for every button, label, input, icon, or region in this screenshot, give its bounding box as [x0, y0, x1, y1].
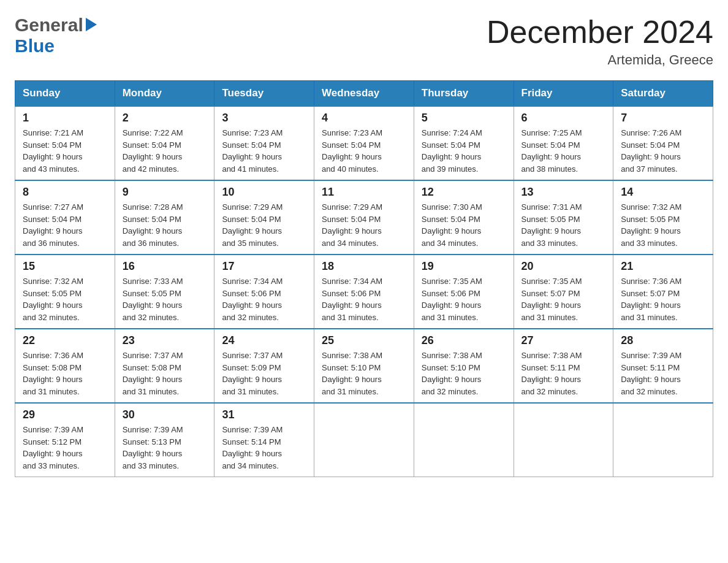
- day-number: 6: [521, 112, 606, 124]
- day-info: Sunrise: 7:35 AM Sunset: 5:07 PM Dayligh…: [521, 275, 606, 323]
- day-number: 12: [422, 186, 506, 199]
- day-info: Sunrise: 7:38 AM Sunset: 5:10 PM Dayligh…: [422, 350, 506, 397]
- day-info: Sunrise: 7:25 AM Sunset: 5:04 PM Dayligh…: [521, 127, 606, 175]
- logo-chevron-icon: [86, 18, 97, 34]
- week-row-5: 29 Sunrise: 7:39 AM Sunset: 5:12 PM Dayl…: [15, 403, 713, 477]
- day-info: Sunrise: 7:26 AM Sunset: 5:04 PM Dayligh…: [621, 127, 705, 175]
- calendar-cell: [314, 403, 414, 477]
- calendar-cell: 8 Sunrise: 7:27 AM Sunset: 5:04 PM Dayli…: [15, 180, 115, 255]
- day-info: Sunrise: 7:39 AM Sunset: 5:11 PM Dayligh…: [621, 350, 705, 397]
- calendar-cell: [514, 403, 613, 477]
- calendar-cell: [414, 403, 514, 477]
- day-number: 10: [222, 186, 306, 199]
- day-number: 3: [222, 112, 306, 124]
- day-info: Sunrise: 7:34 AM Sunset: 5:06 PM Dayligh…: [322, 275, 406, 323]
- calendar-cell: 2 Sunrise: 7:22 AM Sunset: 5:04 PM Dayli…: [115, 106, 214, 180]
- logo-blue-text: Blue: [15, 36, 55, 56]
- calendar-cell: 29 Sunrise: 7:39 AM Sunset: 5:12 PM Dayl…: [15, 403, 115, 477]
- weekday-header-sunday: Sunday: [15, 81, 115, 107]
- day-info: Sunrise: 7:29 AM Sunset: 5:04 PM Dayligh…: [222, 201, 306, 249]
- calendar-cell: 9 Sunrise: 7:28 AM Sunset: 5:04 PM Dayli…: [115, 180, 214, 255]
- day-number: 30: [123, 408, 207, 421]
- calendar-cell: 10 Sunrise: 7:29 AM Sunset: 5:04 PM Dayl…: [214, 180, 314, 255]
- calendar-table: SundayMondayTuesdayWednesdayThursdayFrid…: [15, 80, 713, 477]
- calendar-cell: 17 Sunrise: 7:34 AM Sunset: 5:06 PM Dayl…: [214, 255, 314, 329]
- day-info: Sunrise: 7:23 AM Sunset: 5:04 PM Dayligh…: [222, 127, 306, 175]
- calendar-cell: 20 Sunrise: 7:35 AM Sunset: 5:07 PM Dayl…: [514, 255, 613, 329]
- day-number: 25: [322, 334, 406, 347]
- weekday-header-saturday: Saturday: [613, 81, 713, 107]
- calendar-cell: 15 Sunrise: 7:32 AM Sunset: 5:05 PM Dayl…: [15, 255, 115, 329]
- day-number: 7: [621, 112, 705, 124]
- calendar-cell: 24 Sunrise: 7:37 AM Sunset: 5:09 PM Dayl…: [214, 329, 314, 403]
- calendar-cell: 14 Sunrise: 7:32 AM Sunset: 5:05 PM Dayl…: [613, 180, 713, 255]
- day-number: 26: [422, 334, 506, 347]
- day-number: 17: [222, 260, 306, 273]
- day-number: 9: [123, 186, 207, 199]
- month-title: December 2024: [487, 15, 713, 50]
- calendar-cell: 25 Sunrise: 7:38 AM Sunset: 5:10 PM Dayl…: [314, 329, 414, 403]
- calendar-cell: 19 Sunrise: 7:35 AM Sunset: 5:06 PM Dayl…: [414, 255, 514, 329]
- day-number: 8: [23, 186, 107, 199]
- day-info: Sunrise: 7:34 AM Sunset: 5:06 PM Dayligh…: [222, 275, 306, 323]
- calendar-cell: 16 Sunrise: 7:33 AM Sunset: 5:05 PM Dayl…: [115, 255, 214, 329]
- day-info: Sunrise: 7:31 AM Sunset: 5:05 PM Dayligh…: [521, 201, 606, 249]
- day-info: Sunrise: 7:35 AM Sunset: 5:06 PM Dayligh…: [422, 275, 506, 323]
- calendar-cell: 22 Sunrise: 7:36 AM Sunset: 5:08 PM Dayl…: [15, 329, 115, 403]
- day-number: 31: [222, 408, 306, 421]
- day-number: 21: [621, 260, 705, 273]
- day-info: Sunrise: 7:21 AM Sunset: 5:04 PM Dayligh…: [23, 127, 107, 175]
- calendar-cell: 26 Sunrise: 7:38 AM Sunset: 5:10 PM Dayl…: [414, 329, 514, 403]
- day-number: 15: [23, 260, 107, 273]
- day-number: 13: [521, 186, 606, 199]
- day-info: Sunrise: 7:36 AM Sunset: 5:07 PM Dayligh…: [621, 275, 705, 323]
- day-number: 29: [23, 408, 107, 421]
- calendar-cell: 31 Sunrise: 7:39 AM Sunset: 5:14 PM Dayl…: [214, 403, 314, 477]
- day-info: Sunrise: 7:36 AM Sunset: 5:08 PM Dayligh…: [23, 350, 107, 397]
- calendar-cell: 21 Sunrise: 7:36 AM Sunset: 5:07 PM Dayl…: [613, 255, 713, 329]
- title-section: December 2024 Artemida, Greece: [487, 15, 713, 68]
- week-row-4: 22 Sunrise: 7:36 AM Sunset: 5:08 PM Dayl…: [15, 329, 713, 403]
- day-info: Sunrise: 7:37 AM Sunset: 5:08 PM Dayligh…: [123, 350, 207, 397]
- calendar-cell: 30 Sunrise: 7:39 AM Sunset: 5:13 PM Dayl…: [115, 403, 214, 477]
- svg-marker-0: [86, 18, 97, 31]
- calendar-cell: 11 Sunrise: 7:29 AM Sunset: 5:04 PM Dayl…: [314, 180, 414, 255]
- calendar-cell: 4 Sunrise: 7:23 AM Sunset: 5:04 PM Dayli…: [314, 106, 414, 180]
- calendar-cell: 12 Sunrise: 7:30 AM Sunset: 5:04 PM Dayl…: [414, 180, 514, 255]
- day-number: 19: [422, 260, 506, 273]
- calendar-cell: 13 Sunrise: 7:31 AM Sunset: 5:05 PM Dayl…: [514, 180, 613, 255]
- day-number: 22: [23, 334, 107, 347]
- day-info: Sunrise: 7:24 AM Sunset: 5:04 PM Dayligh…: [422, 127, 506, 175]
- day-info: Sunrise: 7:37 AM Sunset: 5:09 PM Dayligh…: [222, 350, 306, 397]
- calendar-cell: 1 Sunrise: 7:21 AM Sunset: 5:04 PM Dayli…: [15, 106, 115, 180]
- page-header: General Blue December 2024 Artemida, Gre…: [15, 15, 713, 68]
- calendar-cell: 18 Sunrise: 7:34 AM Sunset: 5:06 PM Dayl…: [314, 255, 414, 329]
- calendar-cell: 7 Sunrise: 7:26 AM Sunset: 5:04 PM Dayli…: [613, 106, 713, 180]
- calendar-cell: 6 Sunrise: 7:25 AM Sunset: 5:04 PM Dayli…: [514, 106, 613, 180]
- day-info: Sunrise: 7:27 AM Sunset: 5:04 PM Dayligh…: [23, 201, 107, 249]
- day-number: 11: [322, 186, 406, 199]
- weekday-header-friday: Friday: [514, 81, 613, 107]
- day-info: Sunrise: 7:23 AM Sunset: 5:04 PM Dayligh…: [322, 127, 406, 175]
- day-info: Sunrise: 7:33 AM Sunset: 5:05 PM Dayligh…: [123, 275, 207, 323]
- day-number: 27: [521, 334, 606, 347]
- day-info: Sunrise: 7:39 AM Sunset: 5:12 PM Dayligh…: [23, 424, 107, 472]
- weekday-header-wednesday: Wednesday: [314, 81, 414, 107]
- logo-general-text: General: [15, 15, 83, 36]
- day-number: 20: [521, 260, 606, 273]
- day-number: 2: [123, 112, 207, 124]
- day-info: Sunrise: 7:39 AM Sunset: 5:13 PM Dayligh…: [123, 424, 207, 472]
- day-number: 5: [422, 112, 506, 124]
- calendar-cell: 3 Sunrise: 7:23 AM Sunset: 5:04 PM Dayli…: [214, 106, 314, 180]
- calendar-cell: 5 Sunrise: 7:24 AM Sunset: 5:04 PM Dayli…: [414, 106, 514, 180]
- weekday-header-thursday: Thursday: [414, 81, 514, 107]
- calendar-cell: 27 Sunrise: 7:38 AM Sunset: 5:11 PM Dayl…: [514, 329, 613, 403]
- day-number: 14: [621, 186, 705, 199]
- day-number: 28: [621, 334, 705, 347]
- calendar-cell: 28 Sunrise: 7:39 AM Sunset: 5:11 PM Dayl…: [613, 329, 713, 403]
- day-info: Sunrise: 7:28 AM Sunset: 5:04 PM Dayligh…: [123, 201, 207, 249]
- day-info: Sunrise: 7:30 AM Sunset: 5:04 PM Dayligh…: [422, 201, 506, 249]
- weekday-header-monday: Monday: [115, 81, 214, 107]
- logo: General Blue: [15, 15, 97, 56]
- week-row-3: 15 Sunrise: 7:32 AM Sunset: 5:05 PM Dayl…: [15, 255, 713, 329]
